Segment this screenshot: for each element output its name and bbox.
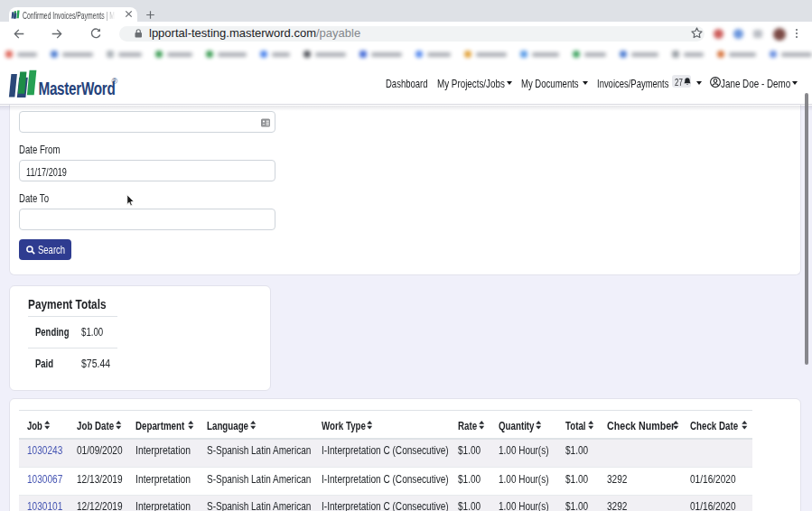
svg-text:MasterWord: MasterWord (39, 79, 116, 99)
svg-text:®: ® (112, 77, 118, 86)
